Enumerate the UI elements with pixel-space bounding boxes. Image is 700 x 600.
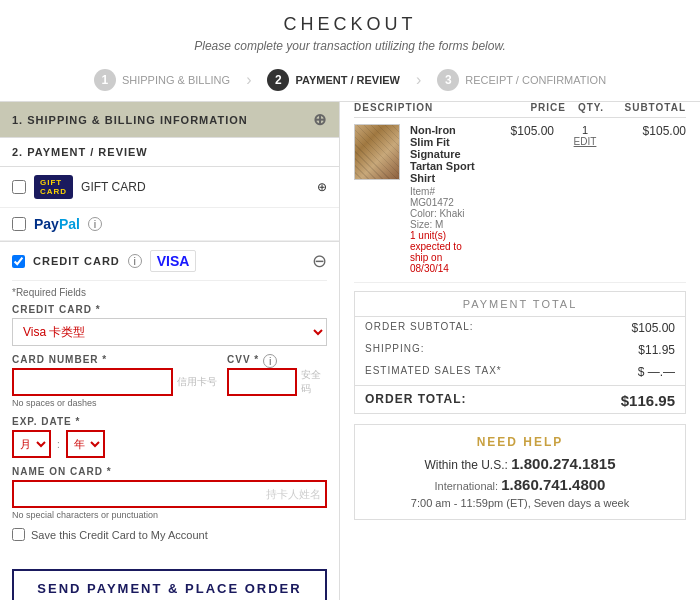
item-subtotal: $105.00: [616, 124, 686, 274]
item-details: Non-Iron Slim Fit Signature Tartan Sport…: [410, 124, 478, 274]
step-3-num: 3: [437, 69, 459, 91]
us-phone: 1.800.274.1815: [511, 455, 615, 472]
paypal-info-icon[interactable]: i: [88, 217, 102, 231]
step-3[interactable]: 3 RECEIPT / CONFIRMATION: [421, 69, 622, 91]
cvv-input[interactable]: [227, 368, 297, 396]
exp-sep: :: [57, 439, 60, 450]
item-image: [354, 124, 400, 180]
item-name: Non-Iron Slim Fit Signature Tartan Sport…: [410, 124, 478, 184]
page-header: CHECKOUT Please complete your transactio…: [0, 0, 700, 59]
paypal-checkbox[interactable]: [12, 217, 26, 231]
gift-card-expand-icon: ⊕: [317, 180, 327, 194]
shipping-label: SHIPPING:: [365, 343, 425, 357]
credit-card-info-icon[interactable]: i: [128, 254, 142, 268]
step-3-label: RECEIPT / CONFIRMATION: [465, 74, 606, 86]
step-1-num: 1: [94, 69, 116, 91]
tax-value: $ —.—: [638, 365, 675, 379]
intl-phone: 1.860.741.4800: [501, 476, 605, 493]
col-subtotal: SUBTOTAL: [616, 102, 686, 113]
item-num: Item# MG01472: [410, 186, 478, 208]
intl-label: International:: [435, 480, 499, 492]
main-layout: 1. SHIPPING & BILLING INFORMATION ⊕ 2. P…: [0, 102, 700, 600]
shipping-row: SHIPPING: $11.95: [355, 339, 685, 361]
need-help-title: NEED HELP: [365, 435, 675, 449]
left-panel: 1. SHIPPING & BILLING INFORMATION ⊕ 2. P…: [0, 102, 340, 600]
card-type-label: CREDIT CARD *: [12, 304, 327, 315]
cvv-label: CVV *: [227, 354, 259, 365]
cvv-group: CVV * i 安全码: [227, 354, 327, 408]
gift-card-checkbox[interactable]: [12, 180, 26, 194]
us-help: Within the U.S.: 1.800.274.1815: [365, 455, 675, 472]
name-on-card-label: NAME ON CARD *: [12, 466, 327, 477]
name-note: No special characters or punctuation: [12, 510, 327, 520]
expand-icon: ⊕: [313, 110, 327, 129]
intl-help: International: 1.860.741.4800: [365, 476, 675, 493]
name-on-card-input[interactable]: [12, 480, 327, 508]
credit-card-section: CREDIT CARD i VISA ⊖ *Required Fields CR…: [0, 241, 339, 559]
card-number-cvv-row: CARD NUMBER * 信用卡号 No spaces or dashes C…: [12, 354, 327, 408]
gift-card-logo: GIFTCARD: [34, 175, 73, 199]
card-type-group: CREDIT CARD * Visa 卡类型: [12, 304, 327, 346]
credit-card-checkbox[interactable]: [12, 255, 25, 268]
card-number-hint: 信用卡号: [177, 375, 217, 389]
step-1[interactable]: 1 SHIPPING & BILLING: [78, 69, 246, 91]
name-on-card-group: NAME ON CARD * 持卡人姓名 No special characte…: [12, 466, 327, 520]
visa-logo: VISA: [150, 250, 197, 272]
need-help-box: NEED HELP Within the U.S.: 1.800.274.181…: [354, 424, 686, 520]
shipping-value: $11.95: [638, 343, 675, 357]
save-card-label: Save this Credit Card to My Account: [31, 529, 208, 541]
section-1-header[interactable]: 1. SHIPPING & BILLING INFORMATION ⊕: [0, 102, 339, 137]
section-2-label: 2. PAYMENT / REVIEW: [12, 146, 148, 158]
checkout-steps: 1 SHIPPING & BILLING › 2 PAYMENT / REVIE…: [0, 59, 700, 102]
subtotal-row: ORDER SUBTOTAL: $105.00: [355, 317, 685, 339]
page-subtitle: Please complete your transaction utilizi…: [0, 39, 700, 53]
card-number-input[interactable]: [12, 368, 173, 396]
step-1-label: SHIPPING & BILLING: [122, 74, 230, 86]
save-card-checkbox[interactable]: [12, 528, 25, 541]
exp-date-group: EXP. DATE * 月 : 年: [12, 416, 327, 458]
order-item: Non-Iron Slim Fit Signature Tartan Sport…: [354, 124, 686, 283]
card-number-note: No spaces or dashes: [12, 398, 217, 408]
exp-month-select[interactable]: 月: [12, 430, 51, 458]
required-note: *Required Fields: [12, 287, 327, 298]
col-qty: QTY.: [566, 102, 616, 113]
paypal-option: PayPal i: [0, 208, 339, 241]
credit-card-header: CREDIT CARD i VISA ⊖: [12, 242, 327, 281]
name-input-wrap: 持卡人姓名: [12, 480, 327, 508]
step-2-num: 2: [267, 69, 289, 91]
col-description: DESCRIPTION: [354, 102, 496, 113]
us-label: Within the U.S.:: [425, 458, 508, 472]
cvv-info-icon[interactable]: i: [263, 354, 277, 368]
paypal-logo: PayPal: [34, 216, 80, 232]
tax-row: ESTIMATED SALES TAX* $ —.—: [355, 361, 685, 383]
help-hours: 7:00 am - 11:59pm (ET), Seven days a wee…: [365, 497, 675, 509]
subtotal-value: $105.00: [632, 321, 675, 335]
collapse-icon[interactable]: ⊖: [312, 250, 327, 272]
ship-note: 1 unit(s) expected to ship on 08/30/14: [410, 230, 478, 274]
subtotal-label: ORDER SUBTOTAL:: [365, 321, 474, 335]
edit-link[interactable]: EDIT: [560, 136, 610, 147]
card-type-select[interactable]: Visa 卡类型: [12, 318, 327, 346]
card-number-label: CARD NUMBER *: [12, 354, 217, 365]
section-1-label: 1. SHIPPING & BILLING INFORMATION: [12, 114, 248, 126]
tax-label: ESTIMATED SALES TAX*: [365, 365, 502, 379]
cvv-hint: 安全码: [301, 368, 327, 396]
item-price: $105.00: [484, 124, 554, 274]
col-price: PRICE: [496, 102, 566, 113]
gift-card-option: GIFTCARD GIFT CARD ⊕: [0, 167, 339, 208]
page-title: CHECKOUT: [0, 14, 700, 35]
exp-year-select[interactable]: 年: [66, 430, 105, 458]
payment-total-box: PAYMENT TOTAL ORDER SUBTOTAL: $105.00 SH…: [354, 291, 686, 414]
order-total-value: $116.95: [621, 392, 675, 409]
item-qty: 1 EDIT: [560, 124, 610, 274]
gift-card-label: GIFT CARD: [81, 180, 145, 194]
right-panel: DESCRIPTION PRICE QTY. SUBTOTAL Non-Iron…: [340, 102, 700, 600]
step-2[interactable]: 2 PAYMENT / REVIEW: [251, 69, 416, 91]
item-color: Color: Khaki: [410, 208, 478, 219]
credit-card-label: CREDIT CARD: [33, 255, 120, 267]
step-2-label: PAYMENT / REVIEW: [295, 74, 400, 86]
order-table-header: DESCRIPTION PRICE QTY. SUBTOTAL: [354, 102, 686, 118]
card-number-group: CARD NUMBER * 信用卡号 No spaces or dashes: [12, 354, 217, 408]
payment-total-header: PAYMENT TOTAL: [355, 292, 685, 317]
send-payment-button[interactable]: SEND PAYMENT & PLACE ORDER: [12, 569, 327, 600]
